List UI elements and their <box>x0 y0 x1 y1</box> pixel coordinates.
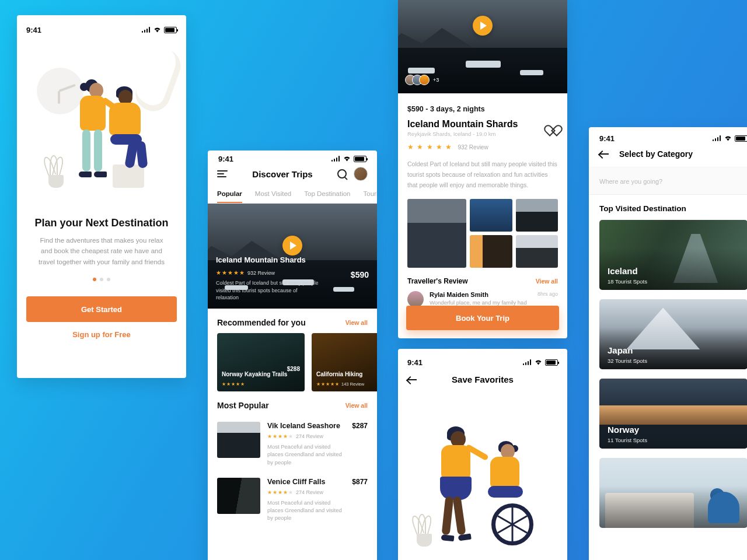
item-reviews: 274 Review <box>296 489 323 495</box>
onboarding-illustration <box>26 42 177 211</box>
star-icon: ★★★★★ <box>216 270 245 276</box>
wifi-icon <box>724 135 732 142</box>
avatar[interactable] <box>419 75 430 85</box>
wifi-icon <box>343 155 351 162</box>
hero-price: $590 <box>351 270 369 279</box>
tab-popular[interactable]: Popular <box>217 190 242 203</box>
search-input[interactable]: Where are you going? <box>589 167 747 195</box>
avatar-row[interactable]: +3 <box>405 75 439 85</box>
onboarding-screen: 9:41 Plan your Next Destination Find the… <box>17 15 186 378</box>
search-icon[interactable] <box>337 169 347 178</box>
destination-name: Norway <box>608 425 639 435</box>
status-bar: 9:41 <box>208 150 377 162</box>
gallery-thumb[interactable] <box>470 199 512 232</box>
signup-link[interactable]: Sign up for Free <box>26 330 177 339</box>
signal-icon <box>142 27 151 33</box>
dot-3[interactable] <box>107 278 110 281</box>
gallery-thumb[interactable] <box>516 199 558 232</box>
page-title: Discover Trips <box>252 169 312 179</box>
tab-tourist-spots[interactable]: Tourist Spots <box>364 190 377 203</box>
section-title: Top Visited Destination <box>589 204 747 220</box>
tabs: Popular Most Visited Top Destination Tou… <box>208 187 377 204</box>
card-norway[interactable]: $288 Norway Kayaking Trails ★★★★★ <box>217 333 305 391</box>
dot-1[interactable] <box>93 278 96 281</box>
gallery-thumb[interactable] <box>407 199 466 268</box>
hero-card[interactable]: Iceland Mountain Shards ★★★★★932 Review … <box>208 204 377 309</box>
avatar <box>407 291 424 307</box>
heart-icon[interactable] <box>547 120 558 130</box>
star-icon: ★ ★ ★ ★ ★ <box>407 143 452 151</box>
view-all-link[interactable]: View all <box>345 402 368 409</box>
thumbnail <box>217 478 260 514</box>
status-indicators <box>331 155 366 162</box>
status-indicators <box>142 26 177 33</box>
play-icon[interactable] <box>282 236 302 256</box>
battery-icon <box>545 359 558 366</box>
trip-location: Reykjavik Shards, Iceland - 19.0 km <box>407 131 518 137</box>
trip-description: Coldest Part of Iceland but still many p… <box>407 159 558 191</box>
status-time: 9:41 <box>599 134 615 143</box>
star-icon: ★★★★★ <box>316 382 340 387</box>
menu-icon[interactable] <box>217 170 228 177</box>
signal-icon <box>713 135 721 141</box>
destination-card[interactable] <box>599 458 747 528</box>
status-bar: 9:41 <box>589 135 747 146</box>
review-item[interactable]: Rylai Maiden Smith Wonderful place, me a… <box>407 291 558 307</box>
view-all-link[interactable]: View all <box>536 278 558 285</box>
destination-name: Japan <box>608 345 633 355</box>
item-title: Vik Iceland Seashore <box>267 422 345 430</box>
status-indicators <box>523 359 558 366</box>
gallery-thumb[interactable] <box>470 235 512 268</box>
status-time: 9:41 <box>407 358 423 367</box>
view-all-link[interactable]: View all <box>345 319 368 326</box>
status-bar: 9:41 <box>407 357 558 368</box>
signal-icon <box>523 359 532 365</box>
list-item[interactable]: Venice Cliff Falls ★★★★★274 Review Most … <box>217 472 368 528</box>
item-price: $877 <box>352 478 368 486</box>
page-dots[interactable] <box>26 278 177 281</box>
detail-hero: +3 <box>398 0 567 93</box>
dot-2[interactable] <box>100 278 103 281</box>
item-desc: Most Peaceful and visited places Greendl… <box>267 443 345 466</box>
item-reviews: 274 Review <box>296 433 323 439</box>
tab-most-visited[interactable]: Most Visited <box>255 190 291 203</box>
destination-list: Iceland 18 Tourist Spots Japan 32 Touris… <box>589 220 747 528</box>
gallery-thumb[interactable] <box>516 235 558 268</box>
destination-spots: 32 Tourist Spots <box>608 358 647 364</box>
destination-card[interactable]: Norway 11 Tourist Spots <box>599 379 747 449</box>
destination-card[interactable]: Japan 32 Tourist Spots <box>599 299 747 369</box>
get-started-button[interactable]: Get Started <box>26 296 177 322</box>
trip-reviews: 932 Review <box>458 144 488 150</box>
tab-top-destination[interactable]: Top Destination <box>304 190 350 203</box>
reviews-title: Traveller's Review <box>407 277 468 285</box>
category-screen: 9:41 Select by Category Where are you go… <box>589 127 747 560</box>
destination-spots: 18 Tourist Spots <box>608 278 647 285</box>
battery-icon <box>354 156 366 162</box>
card-title: California Hiking <box>316 371 377 377</box>
recommended-title: Recommended for you <box>217 318 306 327</box>
avatar[interactable] <box>354 167 368 181</box>
page-title: Save Favorites <box>407 374 558 384</box>
gallery <box>407 199 558 268</box>
status-time: 9:41 <box>26 26 41 34</box>
onboarding-title: Plan your Next Destination <box>26 217 177 229</box>
popular-list: Vik Iceland Seashore ★★★★★274 Review Mos… <box>208 416 377 528</box>
review-time: 8hrs ago <box>537 291 558 297</box>
favorites-illustration <box>407 394 558 551</box>
page-title: Select by Category <box>619 149 693 159</box>
book-button[interactable]: Book Your Trip <box>406 306 559 330</box>
nav-bar: Discover Trips <box>208 162 377 187</box>
card-title: Norway Kayaking Trails <box>222 371 300 377</box>
star-icon: ★★★★★ <box>267 433 294 439</box>
destination-card[interactable]: Iceland 18 Tourist Spots <box>599 220 747 290</box>
list-item[interactable]: Vik Iceland Seashore ★★★★★274 Review Mos… <box>217 416 368 472</box>
reviewer-name: Rylai Maiden Smith <box>430 291 527 298</box>
back-icon[interactable] <box>407 376 419 383</box>
avatar-more[interactable]: +3 <box>433 77 439 83</box>
detail-screen: +3 $590 - 3 days, 2 nights Iceland Mount… <box>398 0 567 338</box>
play-icon[interactable] <box>473 16 493 36</box>
wifi-icon <box>534 359 543 366</box>
card-california[interactable]: California Hiking ★★★★★143 Review <box>312 333 377 391</box>
back-icon[interactable] <box>599 150 611 158</box>
status-indicators <box>713 135 747 142</box>
